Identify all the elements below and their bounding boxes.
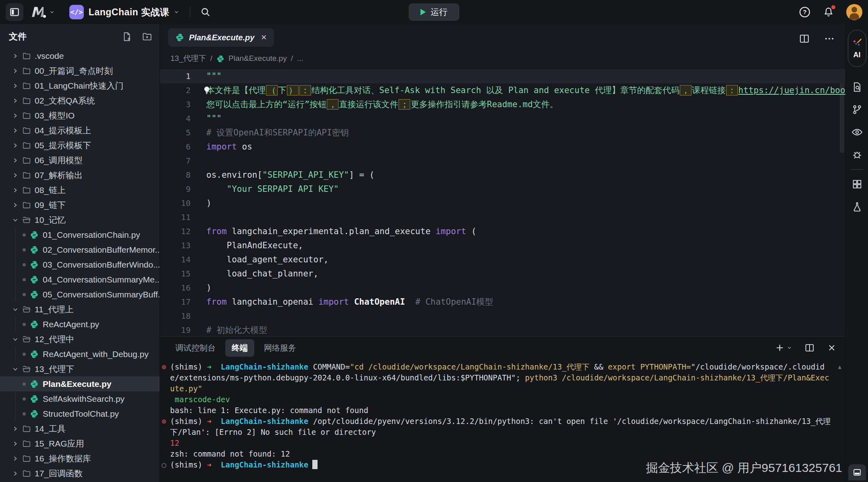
code-line[interactable]: 13 PlanAndExecute,	[160, 239, 845, 253]
more-actions-icon[interactable]	[824, 33, 835, 44]
tree-file-row[interactable]: 02_ConversationBufferMemor...	[0, 242, 160, 257]
testing-button[interactable]	[846, 195, 868, 218]
tree-folder-row[interactable]: 00_开篇词_奇点时刻	[0, 63, 160, 78]
extensions-button[interactable]	[846, 173, 868, 195]
code-line[interactable]: 2本文件是【代理（下）：结构化工具对话、Self-Ask with Search…	[160, 83, 845, 98]
tree-folder-row[interactable]: 09_链下	[0, 197, 160, 212]
breadcrumb[interactable]: 13_代理下 / Plan&Execute.py / ...	[160, 50, 845, 67]
file-label: ReActAgent_with_Debug.py	[43, 349, 149, 359]
split-editor-icon[interactable]	[799, 33, 810, 44]
scroll-up-arrow-icon[interactable]: ▲	[838, 362, 841, 372]
code-line[interactable]: 3您可以点击最上方的“运行”按钮，直接运行该文件；更多操作指引请参考Readme…	[160, 98, 845, 112]
code-text	[191, 154, 206, 168]
search-in-files-button[interactable]	[846, 76, 868, 98]
tree-folder-row[interactable]: 07_解析输出	[0, 168, 160, 183]
toggle-panel-button[interactable]	[848, 464, 866, 480]
tree-folder-row[interactable]: 01_LangChain快速入门	[0, 78, 160, 93]
search-icon[interactable]	[200, 6, 211, 18]
code-line[interactable]: 1"""	[160, 69, 845, 83]
ai-assistant-button[interactable]: AI	[848, 30, 866, 67]
code-line[interactable]: 12from langchain_experimental.plan_and_e…	[160, 224, 845, 239]
lightbulb-icon[interactable]	[202, 85, 212, 95]
code-line[interactable]: 4"""	[160, 112, 845, 126]
code-text: )	[191, 281, 212, 295]
chevron-icon	[12, 306, 19, 313]
chevron-icon	[12, 455, 19, 462]
notifications-button[interactable]	[823, 6, 834, 18]
breadcrumb-more[interactable]: ...	[297, 54, 303, 63]
tree-file-row[interactable]: StructedToolChat.py	[0, 406, 160, 421]
breadcrumb-folder[interactable]: 13_代理下	[170, 53, 206, 64]
tree-folder-row[interactable]: 04_提示模板上	[0, 123, 160, 138]
terminal-content[interactable]: ▲ ⊗(shims) ➜ LangChain-shizhanke COMMAND…	[160, 359, 845, 482]
code-line[interactable]: 8os.environ["SERPAPI_API_KEY"] = (	[160, 168, 845, 182]
file-status-dot	[23, 233, 26, 237]
tree-folder-row[interactable]: .vscode	[0, 48, 160, 63]
preview-button[interactable]	[846, 121, 868, 143]
split-panel-icon[interactable]	[804, 343, 815, 353]
user-avatar[interactable]	[846, 4, 862, 20]
folder-label: 16_操作数据库	[35, 453, 91, 464]
tree-file-row[interactable]: 05_ConversationSummaryBuff...	[0, 287, 160, 302]
tree-file-row[interactable]: ReActAgent_with_Debug.py	[0, 347, 160, 362]
tree-folder-row[interactable]: 14_工具	[0, 421, 160, 436]
tree-folder-row[interactable]: 08_链上	[0, 183, 160, 197]
terminal-cursor	[312, 460, 318, 469]
tree-folder-row[interactable]: 05_提示模板下	[0, 138, 160, 153]
tree-folder-row[interactable]: 11_代理上	[0, 302, 160, 317]
code-line[interactable]: 17from langchain_openai import ChatOpenA…	[160, 295, 845, 309]
code-line[interactable]: 16)	[160, 281, 845, 295]
tree-file-row[interactable]: 01_ConversationChain.py	[0, 227, 160, 242]
tree-folder-row[interactable]: 10_记忆	[0, 212, 160, 227]
tree-file-row[interactable]: ReActAgent.py	[0, 317, 160, 332]
tab-plan-execute[interactable]: Plan&Execute.py ✕	[168, 28, 274, 47]
run-button[interactable]: 运行	[409, 4, 459, 21]
code-line[interactable]: 7	[160, 154, 845, 168]
code-line[interactable]: 19# 初始化大模型	[160, 323, 845, 336]
tree-folder-row[interactable]: 17_回调函数	[0, 466, 160, 481]
flask-icon	[851, 201, 863, 212]
tab-terminal[interactable]: 终端	[225, 339, 254, 357]
close-panel-icon[interactable]	[827, 343, 837, 353]
project-chevron-down-icon[interactable]	[174, 9, 179, 15]
code-line[interactable]: 9 "Your SERPAPI API KEY"	[160, 182, 845, 196]
tree-file-row[interactable]: 03_ConversationBufferWindo...	[0, 257, 160, 272]
debug-button[interactable]	[846, 143, 868, 166]
tree-folder-row[interactable]: 13_代理下	[0, 362, 160, 376]
sidebar-toggle-button[interactable]	[6, 3, 23, 21]
project-name[interactable]: LangChain 实战课	[89, 6, 170, 19]
file-status-dot	[23, 323, 26, 326]
folder-children: 01_ConversationChain.py02_ConversationBu…	[0, 227, 160, 302]
new-file-icon[interactable]	[122, 31, 132, 42]
code-line[interactable]: 11	[160, 210, 845, 224]
help-icon[interactable]: ?	[799, 6, 811, 18]
marscode-logo[interactable]: M	[31, 4, 44, 20]
tree-folder-row[interactable]: 15_RAG应用	[0, 436, 160, 451]
code-line[interactable]: 6import os	[160, 140, 845, 154]
code-line[interactable]: 14 load_agent_executor,	[160, 253, 845, 267]
tab-network[interactable]: 网络服务	[257, 339, 303, 357]
code-text: from langchain_openai import ChatOpenAI …	[191, 295, 493, 309]
tree-folder-row[interactable]: 06_调用模型	[0, 153, 160, 168]
new-terminal-button[interactable]	[775, 343, 792, 353]
tree-folder-row[interactable]: 12_代理中	[0, 332, 160, 347]
logo-chevron-down-icon[interactable]	[49, 9, 55, 15]
code-line[interactable]: 18	[160, 309, 845, 323]
code-editor[interactable]: 1"""2本文件是【代理（下）：结构化工具对话、Self-Ask with Se…	[160, 67, 845, 336]
line-number: 15	[160, 267, 191, 281]
tab-close-icon[interactable]: ✕	[261, 33, 267, 42]
code-line[interactable]: 10)	[160, 196, 845, 210]
tree-file-row[interactable]: SelfAskwithSearch.py	[0, 391, 160, 406]
code-line[interactable]: 5# 设置OpenAI和SERPAPI的API密钥	[160, 126, 845, 140]
tree-folder-row[interactable]: 02_文档QA系统	[0, 93, 160, 108]
code-line[interactable]: 15 load_chat_planner,	[160, 267, 845, 281]
breadcrumb-file[interactable]: Plan&Execute.py	[228, 54, 287, 63]
tree-folder-row[interactable]: 16_操作数据库	[0, 451, 160, 466]
file-label: 02_ConversationBufferMemor...	[43, 245, 160, 255]
tree-folder-row[interactable]: 03_模型IO	[0, 108, 160, 123]
source-control-button[interactable]	[846, 98, 868, 121]
tree-file-row-selected[interactable]: Plan&Execute.py	[0, 376, 160, 391]
new-folder-icon[interactable]	[142, 31, 152, 42]
tree-file-row[interactable]: 04_ConversationSummaryMe...	[0, 272, 160, 287]
tab-debug-console[interactable]: 调试控制台	[169, 339, 222, 357]
